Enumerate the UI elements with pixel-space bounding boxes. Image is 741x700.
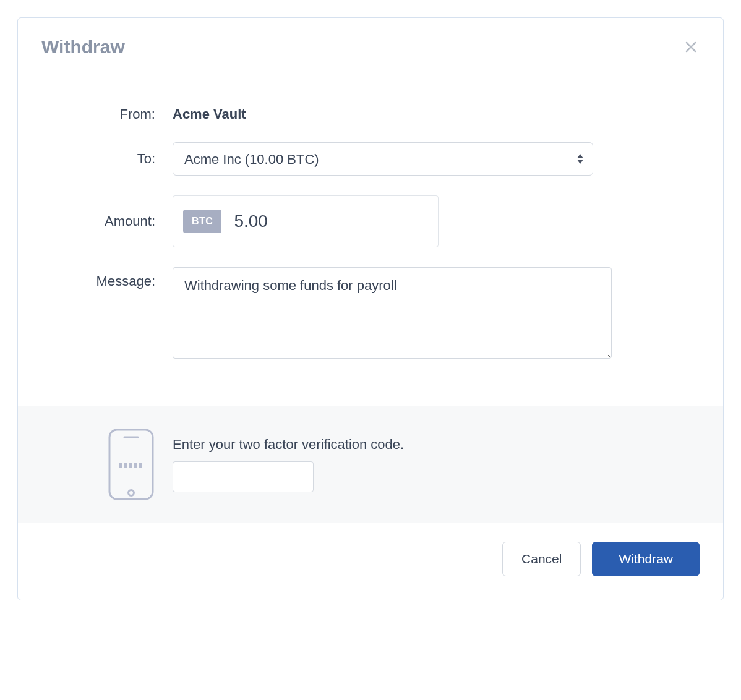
currency-badge: BTC (183, 210, 221, 233)
twofa-input[interactable] (173, 461, 314, 492)
twofa-section: Enter your two factor verification code. (18, 406, 723, 523)
amount-input[interactable] (221, 211, 428, 231)
to-row: To: Acme Inc (10.00 BTC) (61, 142, 680, 176)
svg-point-4 (129, 490, 134, 496)
message-label: Message: (61, 267, 173, 289)
close-button[interactable] (682, 38, 700, 56)
withdraw-button[interactable]: Withdraw (592, 542, 700, 576)
to-select[interactable]: Acme Inc (10.00 BTC) (173, 142, 593, 176)
amount-label: Amount: (61, 213, 173, 229)
from-row: From: Acme Vault (61, 100, 680, 122)
amount-row: Amount: BTC (61, 195, 680, 247)
modal-title: Withdraw (41, 36, 125, 58)
withdraw-modal: Withdraw From: Acme Vault To: Acme Inc (… (17, 17, 724, 600)
modal-header: Withdraw (18, 18, 723, 75)
to-label: To: (61, 151, 173, 167)
modal-body: From: Acme Vault To: Acme Inc (10.00 BTC… (18, 75, 723, 406)
amount-input-wrap: BTC (173, 195, 439, 247)
modal-footer: Cancel Withdraw (18, 523, 723, 600)
twofa-label: Enter your two factor verification code. (173, 437, 680, 453)
from-label: From: (61, 100, 173, 122)
phone-icon (107, 427, 155, 502)
message-textarea[interactable]: Withdrawing some funds for payroll (173, 267, 612, 359)
cancel-button[interactable]: Cancel (502, 542, 581, 576)
message-row: Message: Withdrawing some funds for payr… (61, 267, 680, 361)
from-value: Acme Vault (173, 100, 680, 122)
close-icon (683, 40, 698, 54)
